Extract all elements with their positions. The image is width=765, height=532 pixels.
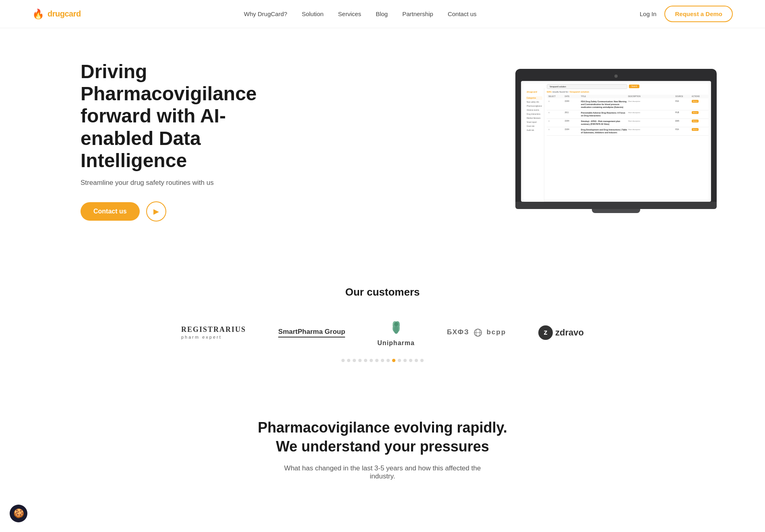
- row-desc: Short description: [628, 112, 674, 114]
- screen-search-area: Verapamil solution Search: [547, 84, 709, 89]
- screen-sidebar: drugcard Categories New safety info Phar…: [524, 88, 544, 202]
- login-button[interactable]: Log In: [640, 10, 657, 17]
- svg-point-3: [394, 322, 398, 326]
- row-desc: Short description: [628, 100, 674, 103]
- screen-results: 6291 results found for: Verapamil soluti…: [547, 91, 709, 93]
- registrarius-name: REGISTRARIUS: [181, 325, 246, 334]
- sidebar-med-lit: Medical literature: [526, 116, 542, 120]
- play-button[interactable]: ▶: [146, 201, 166, 221]
- sidebar-categories: Categories: [526, 96, 542, 100]
- logo-registrarius: REGISTRARIUS pharm expert: [181, 325, 246, 339]
- customers-title: Our customers: [48, 286, 717, 298]
- pharma-title-line2: We understand your pressures: [276, 438, 489, 455]
- nav-item-why[interactable]: Why DrugCard?: [244, 10, 287, 17]
- row-title: Simulayt - EPAS - Risk management plan s…: [581, 120, 627, 126]
- logo-unipharma: Unipharma: [377, 319, 415, 347]
- laptop-stand: [592, 209, 640, 213]
- nav-item-contact[interactable]: Contact us: [448, 10, 477, 17]
- unipharma-icon: [388, 319, 405, 338]
- logo-text: drugcard: [48, 9, 81, 19]
- logo-bcpp: БХФЗ bcpp: [447, 328, 506, 337]
- row-date: 2011: [564, 112, 580, 114]
- col-select: SELECT: [548, 95, 564, 97]
- sidebar-adverse: Adverse events: [526, 108, 542, 112]
- dot-1[interactable]: [341, 359, 345, 362]
- nav-item-services[interactable]: Services: [338, 10, 362, 17]
- sidebar-pv: Pharmacovigilance: [526, 104, 542, 108]
- play-icon: ▶: [153, 207, 159, 216]
- row-select: □: [548, 120, 564, 122]
- row-source: FDA: [675, 100, 691, 103]
- table-row: □ 15/04 Drug Development and Drug Intera…: [547, 127, 709, 136]
- laptop-mockup: drugcard Categories New safety info Phar…: [515, 69, 717, 213]
- screen-table-header: SELECT DATE TITLE DESCRIPTION SOURCE ACT…: [547, 95, 709, 98]
- nav-actions: Log In Request a Demo: [640, 6, 733, 22]
- sidebar-brand: drugcard: [526, 90, 542, 94]
- dot-10[interactable]: [392, 359, 395, 362]
- dot-11[interactable]: [398, 359, 401, 362]
- table-row: □ 15/04 FDA Drug Safety Communication: N…: [547, 99, 709, 110]
- nav-item-partnership[interactable]: Partnership: [402, 10, 433, 17]
- nav-item-solution[interactable]: Solution: [302, 10, 323, 17]
- dot-13[interactable]: [409, 359, 412, 362]
- bcpp-globe-icon: [473, 328, 482, 337]
- sidebar-audit-risk: Audit risk: [526, 128, 542, 132]
- logo[interactable]: 🔥 drugcard: [32, 8, 81, 20]
- screen-main: Verapamil solution Search 6291 results f…: [544, 81, 711, 139]
- bcpp-text: БХФЗ bcpp: [447, 328, 506, 337]
- laptop-base: [515, 202, 717, 209]
- dot-8[interactable]: [381, 359, 384, 362]
- row-action: Select: [692, 100, 707, 103]
- row-action: Select: [692, 112, 707, 114]
- dot-6[interactable]: [370, 359, 373, 362]
- row-action: Select: [692, 128, 707, 131]
- zdravo-icon: z: [538, 325, 553, 340]
- zdravo-text: zdravo: [555, 327, 584, 338]
- dot-5[interactable]: [364, 359, 367, 362]
- screen-search-input: Verapamil solution: [547, 84, 627, 89]
- dot-14[interactable]: [415, 359, 418, 362]
- row-date: 15/04: [564, 128, 580, 131]
- row-title: Preventable Adverse Drug Reactions: A Fo…: [581, 112, 627, 117]
- row-date: 15/04: [564, 100, 580, 103]
- dot-2[interactable]: [347, 359, 350, 362]
- logo-zdravo: z zdravo: [538, 325, 584, 340]
- select-btn: Select: [692, 120, 699, 122]
- navbar: 🔥 drugcard Why DrugCard? Solution Servic…: [0, 0, 765, 28]
- dot-12[interactable]: [403, 359, 407, 362]
- table-row: □ 2011 Preventable Adverse Drug Reaction…: [547, 110, 709, 119]
- hero-image: drugcard Categories New safety info Phar…: [515, 69, 717, 213]
- svg-point-2: [394, 326, 399, 334]
- row-select: □: [548, 112, 564, 114]
- nav-links: Why DrugCard? Solution Services Blog Par…: [244, 10, 477, 18]
- customers-section: Our customers REGISTRARIUS pharm expert …: [0, 254, 765, 386]
- customers-logos: REGISTRARIUS pharm expert SmartPharma Gr…: [48, 319, 717, 347]
- row-select: □: [548, 128, 564, 131]
- dot-7[interactable]: [375, 359, 378, 362]
- contact-us-button[interactable]: Contact us: [81, 202, 140, 221]
- row-source: FDA: [675, 128, 691, 131]
- col-date: DATE: [564, 95, 580, 97]
- row-title: FDA Drug Safety Communication: New Warni…: [581, 100, 627, 109]
- col-desc: DESCRIPTION: [628, 95, 674, 97]
- sidebar-smart-rep: Smart report: [526, 120, 542, 124]
- registrarius-sub: pharm expert: [181, 335, 222, 339]
- row-date: 15/04: [564, 120, 580, 122]
- screen-search-btn: Search: [629, 85, 639, 88]
- hero-actions: Contact us ▶: [81, 201, 290, 221]
- dot-4[interactable]: [358, 359, 362, 362]
- sidebar-new-safety: New safety info: [526, 100, 542, 104]
- pharma-title-line1: Pharmacovigilance evolving rapidly.: [258, 419, 507, 436]
- nav-item-blog[interactable]: Blog: [376, 10, 388, 17]
- dot-3[interactable]: [353, 359, 356, 362]
- row-select: □: [548, 100, 564, 103]
- dot-15[interactable]: [420, 359, 424, 362]
- carousel-dots: [48, 359, 717, 362]
- col-source: SOURCE: [675, 95, 691, 97]
- hero-title: Driving Pharmacovigilance forward with A…: [81, 60, 290, 172]
- demo-button[interactable]: Request a Demo: [664, 6, 733, 22]
- dot-9[interactable]: [387, 359, 390, 362]
- laptop-screen: drugcard Categories New safety info Phar…: [521, 81, 711, 202]
- hero-section: Driving Pharmacovigilance forward with A…: [0, 28, 765, 254]
- unipharma-text: Unipharma: [377, 339, 415, 347]
